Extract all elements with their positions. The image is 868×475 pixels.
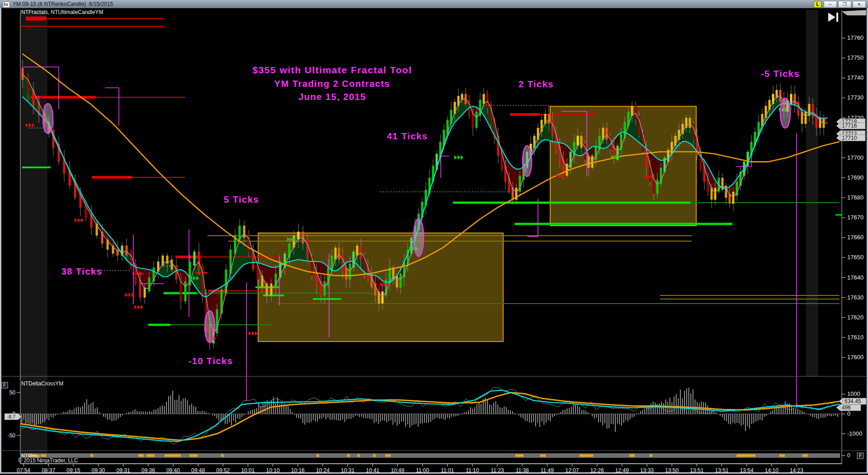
time-axis-label: 12:26: [590, 467, 604, 474]
chop-signal-dot: [736, 454, 739, 457]
chop-signal-dot: [90, 454, 93, 457]
time-axis-label: 10:16: [291, 467, 305, 474]
trade-zone-box: [550, 106, 696, 226]
ninjatrader-chart-window: { "window": { "title": "YM 09-15 (6 NTRe…: [0, 0, 868, 475]
time-axis-label: 12:49: [615, 467, 629, 474]
chop-signal-dot: [739, 454, 742, 457]
renko-candle: [483, 94, 485, 104]
price-axis-label: 17760: [847, 34, 863, 41]
restore-button[interactable]: ❐: [838, 1, 851, 8]
window-titlebar[interactable]: YM 09-15 (6 NTRenkoCandle) 6/15/2015 L ─…: [0, 0, 868, 8]
copyright-label: © 2015 NinjaTrader, LLC: [18, 457, 78, 464]
time-axis-label: 10:49: [391, 467, 404, 474]
chop-signal-dot: [138, 454, 141, 457]
renko-candle: [171, 260, 173, 270]
renko-candle: [345, 267, 348, 279]
price-axis-label: 17740: [847, 74, 863, 81]
time-axis-label: 10:41: [366, 467, 379, 474]
time-axis-label: 11:23: [491, 467, 504, 474]
chart-annotation: -10 Ticks: [189, 356, 233, 366]
renko-candle: [193, 252, 196, 266]
time-axis-label: 11:49: [541, 467, 554, 474]
chop-signal-dot: [152, 454, 155, 457]
renko-candle: [732, 192, 735, 204]
chop-signal-dot: [167, 454, 170, 457]
chop-signal-dot: [373, 454, 376, 457]
time-axis-label: 10:24: [316, 467, 330, 474]
osc-left-axis-label: 50: [9, 390, 16, 396]
go-to-end-icon[interactable]: [836, 13, 838, 22]
chop-signal-dot: [178, 454, 181, 457]
chop-signal-dot: [385, 454, 388, 457]
chart-annotation: $355 with Ultimate Fractal Tool: [252, 65, 412, 75]
time-axis-label: 09:36: [142, 467, 155, 474]
renko-candle: [805, 112, 807, 124]
chart-annotation: YM Trading 2 Contracts: [274, 79, 390, 89]
chart-surface[interactable]: $355 with Ultimate Fractal ToolYM Tradin…: [0, 0, 868, 475]
time-axis-label: 11:00: [416, 467, 429, 474]
chop-signal-dot: [316, 454, 319, 457]
time-axis-label: 09:52: [216, 467, 230, 474]
price-axis-label: 17660: [847, 234, 863, 241]
chop-signal-dot: [750, 454, 753, 457]
close-button[interactable]: ✕: [853, 1, 866, 8]
time-axis-label: 09:31: [117, 467, 130, 474]
lower-indicator-label: NTDeltaCrossYM: [21, 380, 63, 387]
time-axis-label: 09:15: [66, 467, 80, 474]
renko-candle: [349, 264, 351, 280]
renko-candle: [689, 118, 691, 128]
chop-signal-dot: [650, 454, 652, 457]
renko-candle: [400, 274, 402, 288]
app-icon: [3, 1, 10, 8]
time-axis-label: 11:10: [466, 467, 479, 474]
price-axis-label: 17690: [847, 174, 863, 181]
osc-right-axis-label: 0: [847, 410, 850, 417]
time-axis-label: 11:38: [516, 467, 529, 474]
time-axis-label: 13:51: [715, 467, 728, 474]
renko-candle: [552, 120, 554, 136]
time-axis-label: 14:10: [765, 467, 778, 474]
renko-candle: [230, 250, 232, 274]
renko-candle: [714, 188, 717, 200]
entry-highlight-ellipse: [205, 311, 215, 342]
chop-signal-dot: [543, 454, 546, 457]
renko-candle: [270, 284, 273, 295]
chop-signal-dot: [629, 454, 632, 457]
chop-signal-dot: [195, 454, 198, 457]
chop-signal-dot: [165, 454, 167, 457]
chart-annotation: June 15, 2015: [298, 92, 366, 102]
price-axis-label: 17670: [847, 214, 863, 221]
price-axis-label: 17640: [847, 274, 863, 281]
panel-collapse-label: F: [3, 383, 6, 388]
chart-annotation: 5 Ticks: [224, 195, 259, 204]
chop-signal-dot: [189, 454, 192, 457]
entry-highlight-ellipse: [43, 104, 53, 133]
renko-candle: [693, 124, 695, 140]
time-axis-label: 14:23: [790, 467, 803, 474]
osc-left-axis-label: -50: [8, 432, 16, 439]
chop-signal-dot: [540, 454, 543, 457]
chop-signal-dot: [753, 454, 755, 457]
time-axis-label: 10:10: [266, 467, 280, 474]
chop-signal-dot: [588, 454, 590, 457]
chop-signal-dot: [779, 454, 782, 457]
chop-signal-dot: [518, 454, 521, 457]
entry-highlight-ellipse: [780, 98, 790, 128]
link-button[interactable]: L: [814, 1, 821, 8]
minimize-button[interactable]: ─: [824, 1, 837, 8]
price-axis-label: 17600: [847, 354, 863, 361]
chart-annotation: 38 Ticks: [61, 266, 103, 276]
renko-candle: [580, 136, 583, 147]
chop-signal-dot: [173, 454, 175, 457]
chop-signal-dot: [170, 454, 173, 457]
chop-signal-dot: [580, 454, 582, 457]
renko-candle: [324, 281, 326, 295]
time-axis-label: 07:54: [17, 467, 30, 474]
renko-candle: [198, 252, 200, 270]
price-axis-label: 17650: [847, 254, 863, 261]
chop-signal-dot: [221, 454, 224, 457]
chop-signal-dot: [347, 454, 350, 457]
panel-collapse-label: F: [859, 453, 862, 458]
time-axis-label: 10:31: [341, 467, 354, 474]
renko-candle: [382, 291, 384, 303]
